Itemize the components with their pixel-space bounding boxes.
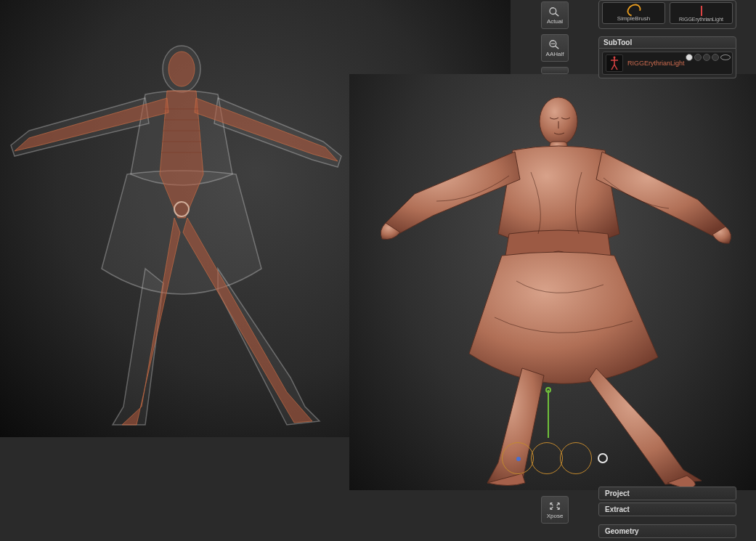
subtool-dot-1[interactable] xyxy=(686,54,693,61)
actual-size-button[interactable]: Actual xyxy=(541,1,569,29)
character-ghost xyxy=(0,29,349,436)
right-panel-lower: Project Extract Geometry xyxy=(598,487,736,538)
actual-size-label: Actual xyxy=(547,18,563,25)
brush-rigg-label: RIGGErythrianLight xyxy=(679,17,723,22)
subtool-item[interactable]: RIGGErythrianLight xyxy=(602,52,733,75)
svg-point-12 xyxy=(550,7,556,14)
stickfigure-icon xyxy=(701,6,702,16)
right-panel: SimpleBrush RIGGErythrianLight SubTool R… xyxy=(598,0,736,78)
expand-icon xyxy=(548,501,561,511)
gizmo-axis-icon xyxy=(548,390,549,438)
svg-line-15 xyxy=(556,46,558,49)
gizmo-ring-x[interactable] xyxy=(502,442,534,474)
project-button[interactable]: Project xyxy=(598,487,736,500)
subtool-thumbnail xyxy=(606,54,623,72)
geometry-header[interactable]: Geometry xyxy=(598,524,736,538)
aahalf-label: AAHalf xyxy=(546,51,564,57)
svg-line-19 xyxy=(611,65,614,70)
subtool-header[interactable]: SubTool xyxy=(598,36,736,49)
brush-rigg-button[interactable]: RIGGErythrianLight xyxy=(670,2,733,24)
xpose-label: Xpose xyxy=(547,513,564,519)
aahalf-button[interactable]: AAHalf xyxy=(541,34,569,62)
svg-point-1 xyxy=(168,52,195,86)
subtool-dot-4[interactable] xyxy=(712,54,719,61)
subtool-dot-2[interactable] xyxy=(694,54,702,61)
magnifier-half-icon xyxy=(548,39,561,49)
svg-line-20 xyxy=(614,65,617,70)
gizmo-ring-z[interactable] xyxy=(560,442,592,474)
gizmo-rings[interactable] xyxy=(502,442,608,474)
gizmo-ring-y[interactable] xyxy=(531,442,563,474)
subtool-dot-3[interactable] xyxy=(703,54,710,61)
gizmo-ring-free[interactable] xyxy=(598,453,608,463)
brush-row: SimpleBrush RIGGErythrianLight xyxy=(598,0,736,29)
side-button-3[interactable] xyxy=(541,67,569,74)
stickfigure-icon xyxy=(609,56,619,70)
character-clay xyxy=(364,78,741,490)
side-icon-lower: Xpose xyxy=(541,496,569,524)
side-icon-column: Actual AAHalf xyxy=(541,1,569,74)
svg-point-21 xyxy=(614,57,616,59)
subtool-body: RIGGErythrianLight xyxy=(598,49,736,78)
xpose-button[interactable]: Xpose xyxy=(541,496,569,524)
extract-button[interactable]: Extract xyxy=(598,503,736,516)
brush-simple-button[interactable]: SimpleBrush xyxy=(602,2,665,24)
subtool-item-label: RIGGErythrianLight xyxy=(627,60,685,67)
magnifier-icon xyxy=(548,7,561,17)
subtool-vis-icons xyxy=(686,54,731,61)
eye-icon[interactable] xyxy=(720,54,731,60)
viewport-right[interactable] xyxy=(349,74,756,490)
svg-line-13 xyxy=(556,13,558,16)
